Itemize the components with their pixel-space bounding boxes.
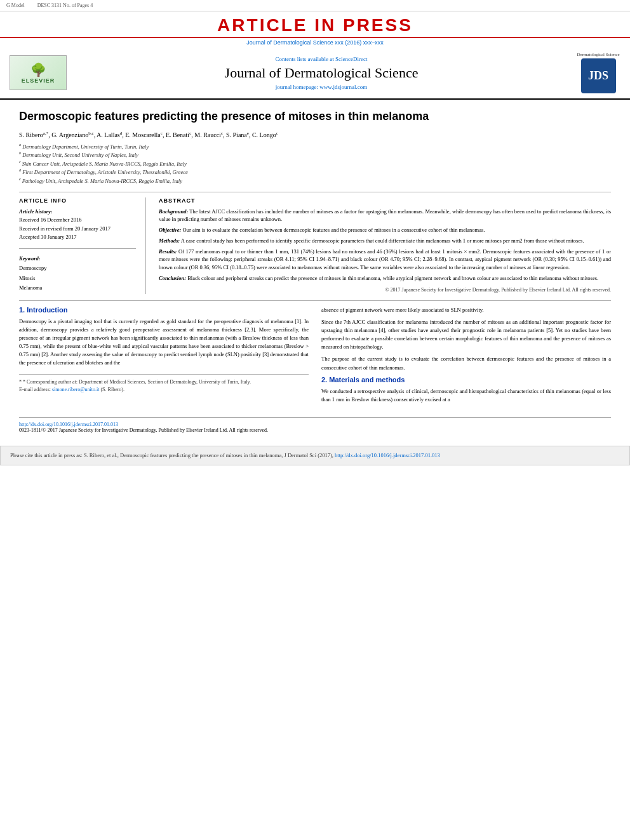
section1-right-text: absence of pigment network were more lik… — [321, 306, 611, 372]
section1-heading: 1. Introduction — [19, 306, 309, 314]
section2-text: We conducted a retrospective analysis of… — [321, 387, 611, 404]
doi-copyright: 0923-1811/© 2017 Japanese Society for In… — [19, 427, 611, 433]
background-label: Background: — [159, 208, 188, 215]
section1-para3: Since the 7th AJCC classification for me… — [321, 318, 611, 352]
journal-title: Journal of Dermatological Science — [73, 65, 570, 81]
abstract-background: Background: The latest AJCC classificati… — [159, 208, 611, 224]
conclusion-label: Conclusion: — [159, 275, 186, 281]
jds-label: Dermatological Science — [577, 52, 619, 57]
conclusion-text: Black colour and peripheral streaks can … — [187, 275, 598, 281]
footnotes: * * Corresponding author at: Department … — [19, 374, 309, 394]
history-label-text: Article history: — [19, 208, 53, 215]
keywords-section: Keyword: Dermoscopy Mitosis Melanoma — [19, 254, 136, 293]
article-info-column: ARTICLE INFO Article history: Received 1… — [19, 197, 146, 294]
homepage-label: journal homepage: — [276, 84, 318, 90]
desc-label: DESC 3131 No. of Pages 4 — [37, 3, 93, 8]
section1-text: Dermoscopy is a pivotal imaging tool tha… — [19, 317, 309, 368]
g-model-label: G Model — [6, 3, 25, 8]
email-link[interactable]: simone.ribero@unito.it — [52, 387, 99, 392]
footnote-star-text: * Corresponding author at: Department of… — [23, 379, 251, 385]
abstract-heading: ABSTRACT — [159, 197, 611, 204]
received-revised-date: Received in revised form 20 January 2017 — [19, 225, 136, 234]
keyword-2: Mitosis — [19, 274, 136, 283]
body-col-left: 1. Introduction Dermoscopy is a pivotal … — [19, 306, 309, 408]
doi-url[interactable]: http://dx.doi.org/10.1016/j.jdermsci.201… — [19, 422, 118, 427]
affiliations: a Dermatology Department, University of … — [19, 142, 611, 185]
article-info-heading: ARTICLE INFO — [19, 197, 136, 204]
sciencedirect-link[interactable]: ScienceDirect — [335, 56, 367, 62]
jds-abbr: JDS — [588, 69, 608, 83]
section2-para1: We conducted a retrospective analysis of… — [321, 387, 611, 404]
section2-heading: 2. Materials and methods — [321, 376, 611, 383]
elsevier-text: ELSEVIER — [22, 77, 55, 84]
divider-keywords — [19, 248, 136, 249]
top-banner: G Model DESC 3131 No. of Pages 4 — [0, 0, 630, 11]
doi-link-line: http://dx.doi.org/10.1016/j.jdermsci.201… — [19, 422, 611, 427]
body-section: 1. Introduction Dermoscopy is a pivotal … — [19, 306, 611, 408]
abstract-methods: Methods: A case control study has been p… — [159, 237, 611, 245]
article-title: Dermoscopic features predicting the pres… — [19, 109, 611, 124]
citation-text: Please cite this article in press as: S.… — [10, 452, 333, 458]
methods-label: Methods: — [159, 237, 180, 244]
jds-logo-box: JDS — [581, 58, 616, 93]
background-text: The latest AJCC classification has inclu… — [159, 208, 611, 223]
section1-para2: absence of pigment network were more lik… — [321, 306, 611, 314]
history-label: Article history: — [19, 208, 136, 217]
affil-c: c Skin Cancer Unit, Arcispedale S. Maria… — [19, 159, 611, 168]
abstract-conclusion: Conclusion: Black colour and peripheral … — [159, 274, 611, 283]
affil-a: a Dermatology Department, University of … — [19, 142, 611, 151]
main-content: Dermoscopic features predicting the pres… — [0, 100, 630, 439]
citation-box: Please cite this article in press as: S.… — [0, 446, 630, 465]
keyword-label-text: Keyword: — [19, 255, 41, 262]
affil-e: e Pathology Unit, Arcispedale S. Maria N… — [19, 177, 611, 185]
article-info-abstract: ARTICLE INFO Article history: Received 1… — [19, 197, 611, 294]
affil-b: b Dermatology Unit, Second University of… — [19, 150, 611, 159]
keyword-1: Dermoscopy — [19, 263, 136, 273]
elsevier-logo-img: 🌳 ELSEVIER — [10, 55, 67, 90]
elsevier-logo: 🌳 ELSEVIER — [10, 55, 67, 90]
abstract-content: Background: The latest AJCC classificati… — [159, 208, 611, 294]
section1-para1: Dermoscopy is a pivotal imaging tool tha… — [19, 317, 309, 368]
homepage-url[interactable]: www.jdsjournal.com — [319, 84, 367, 90]
article-in-press-banner: ARTICLE IN PRESS — [0, 11, 630, 38]
citation-link[interactable]: http://dx.doi.org/10.1016/j.jdermsci.201… — [335, 452, 440, 458]
article-history: Article history: Received 16 December 20… — [19, 208, 136, 242]
objective-label: Objective: — [159, 227, 181, 233]
email-name: (S. Ribero). — [100, 387, 124, 392]
abstract-objective: Objective: Our aim is to evaluate the co… — [159, 226, 611, 234]
divider-1 — [19, 192, 611, 192]
journal-ref-text: Journal of Dermatological Science xxx (2… — [246, 39, 384, 46]
results-text: Of 177 melanomas equal to or thinner tha… — [159, 248, 611, 271]
journal-homepage: journal homepage: www.jdsjournal.com — [73, 84, 570, 90]
doi-section: http://dx.doi.org/10.1016/j.jdermsci.201… — [19, 417, 611, 433]
methods-text: A case control study has been performed … — [181, 237, 584, 244]
body-col-right: absence of pigment network were more lik… — [321, 306, 611, 408]
results-label: Results: — [159, 248, 177, 255]
g-model-info: G Model DESC 3131 No. of Pages 4 — [6, 3, 93, 8]
received-date: Received 16 December 2016 — [19, 216, 136, 225]
footnote-star: * * Corresponding author at: Department … — [19, 378, 309, 386]
keyword-3: Melanoma — [19, 283, 136, 293]
affil-d: d First Department of Dermatology, Arist… — [19, 168, 611, 177]
keyword-label: Keyword: — [19, 254, 136, 263]
contents-label: Contents lists available at — [276, 56, 334, 62]
jds-logo: Dermatological Science JDS — [576, 52, 620, 93]
abstract-copyright: © 2017 Japanese Society for Investigativ… — [159, 286, 611, 294]
abstract-column: ABSTRACT Background: The latest AJCC cla… — [159, 197, 611, 294]
authors-text: S. Riberoa,*, G. Argenzianob,c, A. Lalla… — [19, 131, 278, 138]
footnote-email: E-mail address: simone.ribero@unito.it (… — [19, 386, 309, 394]
abstract-results: Results: Of 177 melanomas equal to or th… — [159, 248, 611, 272]
divider-2 — [19, 300, 611, 301]
elsevier-tree-icon: 🌳 — [30, 62, 46, 77]
journal-center-info: Contents lists available at ScienceDirec… — [73, 56, 570, 90]
accepted-date: Accepted 30 January 2017 — [19, 233, 136, 242]
email-label: E-mail address: — [19, 387, 51, 392]
objective-text: Our aim is to evaluate the correlation b… — [183, 227, 485, 233]
article-in-press-title: ARTICLE IN PRESS — [0, 15, 630, 36]
contents-line: Contents lists available at ScienceDirec… — [73, 56, 570, 62]
journal-header: 🌳 ELSEVIER Contents lists available at S… — [0, 47, 630, 100]
journal-reference-line: Journal of Dermatological Science xxx (2… — [0, 38, 630, 47]
section1-para4: The purpose of the current study is to e… — [321, 355, 611, 371]
authors-line: S. Riberoa,*, G. Argenzianob,c, A. Lalla… — [19, 130, 611, 138]
